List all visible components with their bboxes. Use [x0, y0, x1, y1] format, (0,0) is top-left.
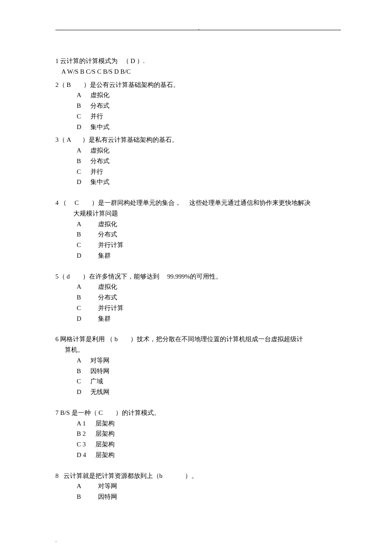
opt-text: 无线网	[90, 387, 110, 397]
q7-text-a: 7 B/S 是一种（ C	[55, 409, 103, 416]
q4-text-b: C	[75, 199, 79, 206]
q8-options: A 对等网 B 因特网	[55, 481, 341, 502]
header-rule: .	[55, 30, 341, 30]
document-page: . 1 云计算的计算模式为 （ D ）. A W/S B C/S C B/S D…	[0, 0, 392, 555]
opt-label: A	[77, 355, 84, 366]
opt-text: 并行	[90, 111, 103, 122]
q4-text-d: 这些处理单元通过通信和协作来更快地解决	[189, 199, 311, 206]
opt-text: 层架构	[95, 450, 115, 460]
opt-text: 分布式	[90, 101, 110, 111]
opt-text: 因特网	[98, 492, 117, 502]
question-2: 2（ B ）是公有云计算基础架构的基石。 A虚拟化 B分布式 C并行 D集中式	[55, 80, 341, 132]
q8-text-c: ）。	[185, 472, 198, 479]
q6-text-b: ）技术，把分散在不同地理位置的计算机组成一台虚拟超级计	[130, 336, 303, 342]
q6-text-a: 6 网格计算是利用 （ b	[55, 336, 118, 342]
q3-text-a: 3（ A	[55, 136, 71, 143]
opt-label: C	[77, 240, 84, 250]
opt-label: D	[77, 177, 84, 187]
question-3: 3（ A ）是私有云计算基础架构的基石。 A虚拟化 B分布式 C并行 D集中式	[55, 135, 341, 187]
opt-text: 层架构	[95, 439, 115, 450]
opt-text: 虚拟化	[98, 219, 117, 230]
opt-label: A	[77, 282, 84, 292]
opt-label: D	[77, 122, 84, 132]
opt-label: B 2	[77, 428, 89, 439]
header-dot: .	[198, 24, 199, 33]
opt-text: 分布式	[98, 292, 117, 303]
opt-text: 广域	[90, 376, 103, 387]
opt-label: B	[77, 101, 84, 111]
question-7: 7 B/S 是一种（ C ）的计算模式。 A 1层架构 B 2层架构 C 3层架…	[55, 408, 341, 460]
q3-options: A虚拟化 B分布式 C并行 D集中式	[55, 145, 341, 187]
opt-text: 并行计算	[98, 303, 124, 313]
opt-label: C	[77, 167, 84, 177]
opt-text: 虚拟化	[98, 282, 117, 292]
opt-label: D	[77, 313, 84, 324]
q4-options: A 虚拟化 B 分布式 C 并行计算 D 集群	[55, 219, 341, 261]
question-8: 8 云计算就是把计算资源都放到上（b ）。 A 对等网 B 因特网	[55, 471, 341, 502]
opt-label: D 4	[77, 450, 89, 460]
opt-label: A 1	[77, 418, 89, 429]
opt-text: 因特网	[90, 366, 110, 377]
q8-text-a: 8	[55, 472, 59, 479]
question-1: 1 云计算的计算模式为 （ D ）. A W/S B C/S C B/S D B…	[55, 56, 341, 77]
q7-options: A 1层架构 B 2层架构 C 3层架构 D 4层架构	[55, 418, 341, 460]
q6-options: A对等网 B因特网 C广域 D无线网	[55, 355, 341, 397]
opt-text: 对等网	[98, 481, 117, 492]
opt-label: D	[77, 250, 84, 261]
opt-text: 层架构	[95, 428, 115, 439]
q1-text-a: 1 云计算的计算模式为	[55, 58, 118, 64]
opt-text: 集中式	[90, 122, 110, 132]
q1-text-b: （ D ）.	[123, 58, 145, 64]
q5-text-b: ）在许多情况下，能够达到	[83, 273, 159, 280]
opt-label: C	[77, 303, 84, 313]
q7-text-b: ）的计算模式。	[115, 409, 160, 416]
opt-text: 集中式	[90, 177, 110, 187]
footer-dot: .	[55, 536, 57, 545]
opt-text: 对等网	[90, 355, 110, 366]
question-4: 4 （ C ）是一群同构处理单元的集合， 这些处理单元通过通信和协作来更快地解决…	[55, 198, 341, 261]
opt-label: C	[77, 376, 84, 387]
q2-text-b: ）是公有云计算基础架构的基石。	[84, 81, 179, 88]
opt-text: 并行	[90, 167, 103, 177]
opt-text: 虚拟化	[90, 90, 110, 101]
opt-label: C	[77, 111, 84, 122]
opt-text: 并行计算	[98, 240, 124, 250]
q6-continuation: 算机。	[55, 345, 341, 355]
q2-text-a: 2（ B	[55, 81, 71, 88]
opt-text: 分布式	[98, 229, 117, 240]
question-5: 5（ d ）在许多情况下，能够达到 99.999%的可用性。 A 虚拟化 B 分…	[55, 271, 341, 324]
q5-text-c: 99.999%的可用性。	[167, 273, 222, 280]
question-6: 6 网格计算是利用 （ b ）技术，把分散在不同地理位置的计算机组成一台虚拟超级…	[55, 334, 341, 397]
q8-text-b: 云计算就是把计算资源都放到上（b	[63, 472, 163, 479]
opt-label: B	[77, 366, 84, 377]
opt-text: 层架构	[95, 418, 115, 429]
opt-label: A	[77, 219, 84, 230]
opt-label: B	[77, 492, 84, 502]
opt-label: B	[77, 156, 84, 167]
q1-options: A W/S B C/S C B/S D B/C	[55, 66, 341, 77]
opt-text: 虚拟化	[90, 145, 110, 156]
opt-label: D	[77, 387, 84, 397]
opt-label: A	[77, 481, 84, 492]
opt-label: C 3	[77, 439, 89, 450]
opt-label: A	[77, 90, 84, 101]
opt-text: 分布式	[90, 156, 110, 167]
q4-text-a: 4 （	[55, 199, 66, 206]
opt-text: 集群	[98, 313, 111, 324]
opt-label: B	[77, 229, 84, 240]
opt-text: 集群	[98, 250, 111, 261]
q5-text-a: 5（ d	[55, 273, 70, 280]
opt-label: B	[77, 292, 84, 303]
q5-options: A 虚拟化 B 分布式 C 并行计算 D 集群	[55, 282, 341, 324]
q3-text-b: ）是私有云计算基础架构的基石。	[82, 136, 178, 143]
opt-label: A	[77, 145, 84, 156]
q4-text-c: ）是一群同构处理单元的集合，	[92, 199, 181, 206]
q4-continuation: 大规模计算问题	[55, 208, 341, 219]
q2-options: A虚拟化 B分布式 C并行 D集中式	[55, 90, 341, 132]
